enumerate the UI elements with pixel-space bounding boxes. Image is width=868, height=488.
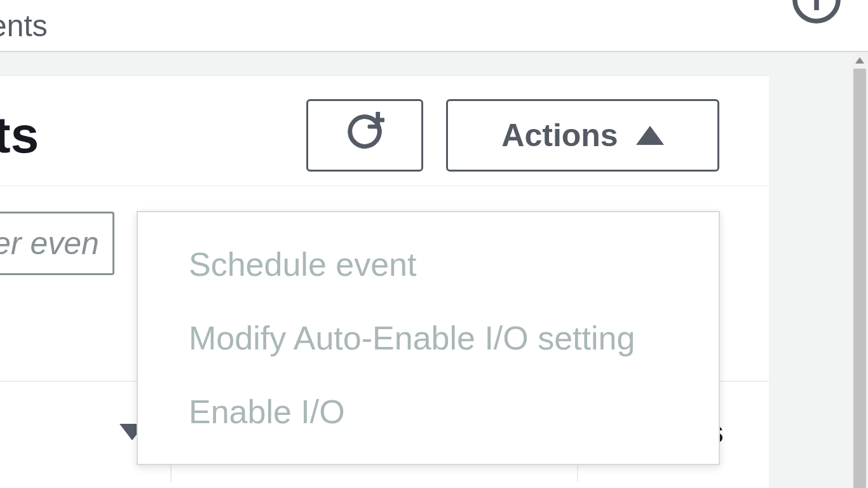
vertical-scrollbar[interactable]: [851, 52, 868, 488]
filter-events-input[interactable]: [0, 212, 114, 275]
scrollbar-up-button[interactable]: [851, 52, 868, 69]
content-area: ts Actions e: [0, 52, 868, 488]
breadcrumb-current[interactable]: vents: [0, 8, 48, 43]
refresh-icon: [345, 112, 384, 159]
actions-button[interactable]: Actions: [446, 99, 719, 172]
actions-button-label: Actions: [501, 117, 618, 154]
panel-header: ts Actions: [0, 76, 769, 186]
scrollbar-thumb[interactable]: [853, 69, 866, 488]
menu-item-schedule-event[interactable]: Schedule event: [138, 227, 719, 301]
menu-item-modify-auto-enable-io[interactable]: Modify Auto-Enable I/O setting: [138, 301, 719, 375]
info-icon[interactable]: [790, 0, 843, 28]
actions-dropdown: Schedule event Modify Auto-Enable I/O se…: [137, 211, 720, 465]
caret-up-icon: [636, 126, 664, 145]
svg-marker-3: [855, 57, 864, 64]
menu-item-enable-io[interactable]: Enable I/O: [138, 375, 719, 449]
page-title: ts: [0, 106, 39, 165]
breadcrumb-bar: vents: [0, 0, 868, 52]
refresh-button[interactable]: [306, 99, 423, 172]
